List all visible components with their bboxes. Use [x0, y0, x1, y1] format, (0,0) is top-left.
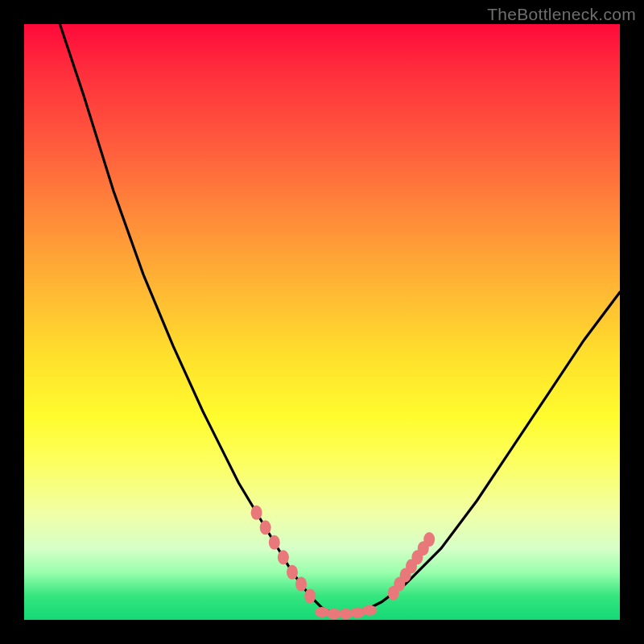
curve-marker — [287, 565, 298, 580]
curve-marker — [295, 577, 307, 592]
curve-marker — [304, 588, 316, 603]
plot-area — [24, 24, 620, 620]
chart-frame: TheBottleneck.com — [0, 0, 644, 644]
watermark-text: TheBottleneck.com — [487, 5, 636, 24]
curve-svg — [24, 24, 620, 620]
curve-marker — [269, 535, 280, 550]
curve-marker — [278, 550, 289, 564]
curve-markers — [251, 506, 436, 619]
bottleneck-curve — [60, 24, 620, 614]
curve-marker — [315, 607, 329, 617]
curve-marker — [260, 520, 271, 535]
curve-marker — [423, 532, 435, 547]
curve-marker — [362, 605, 377, 616]
curve-marker — [251, 506, 262, 520]
